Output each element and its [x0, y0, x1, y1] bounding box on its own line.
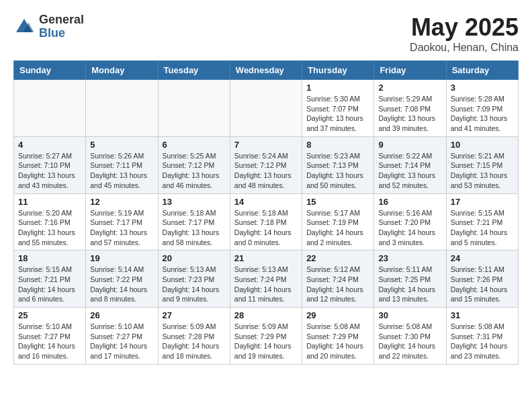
- day-number: 9: [378, 140, 441, 150]
- table-row: 21Sunrise: 5:13 AM Sunset: 7:24 PM Dayli…: [230, 250, 302, 308]
- day-number: 5: [90, 140, 153, 150]
- day-number: 7: [234, 140, 298, 150]
- day-number: 30: [378, 310, 441, 320]
- table-row: [230, 80, 302, 137]
- calendar-week-row: 18Sunrise: 5:15 AM Sunset: 7:21 PM Dayli…: [14, 250, 519, 308]
- table-row: 3Sunrise: 5:28 AM Sunset: 7:09 PM Daylig…: [446, 80, 518, 137]
- day-number: 8: [306, 140, 369, 150]
- day-info: Sunrise: 5:13 AM Sunset: 7:24 PM Dayligh…: [234, 265, 298, 304]
- day-number: 20: [163, 253, 226, 263]
- day-info: Sunrise: 5:09 AM Sunset: 7:29 PM Dayligh…: [234, 322, 298, 361]
- day-number: 15: [306, 197, 369, 207]
- day-number: 25: [18, 310, 81, 320]
- day-info: Sunrise: 5:20 AM Sunset: 7:16 PM Dayligh…: [18, 208, 81, 248]
- logo-text: General Blue: [39, 13, 84, 40]
- title-block: May 2025 Daokou, Henan, China: [410, 13, 519, 54]
- logo-blue: Blue: [39, 27, 84, 40]
- day-number: 3: [451, 83, 514, 93]
- day-info: Sunrise: 5:11 AM Sunset: 7:26 PM Dayligh…: [451, 265, 514, 304]
- table-row: 13Sunrise: 5:18 AM Sunset: 7:17 PM Dayli…: [158, 193, 230, 250]
- day-number: 10: [451, 140, 514, 150]
- day-number: 11: [18, 197, 81, 207]
- day-info: Sunrise: 5:11 AM Sunset: 7:25 PM Dayligh…: [378, 265, 441, 304]
- table-row: 1Sunrise: 5:30 AM Sunset: 7:07 PM Daylig…: [302, 80, 374, 137]
- day-info: Sunrise: 5:10 AM Sunset: 7:27 PM Dayligh…: [18, 322, 81, 361]
- day-info: Sunrise: 5:18 AM Sunset: 7:17 PM Dayligh…: [163, 208, 226, 248]
- day-number: 17: [451, 197, 514, 207]
- day-number: 16: [378, 197, 441, 207]
- table-row: 9Sunrise: 5:22 AM Sunset: 7:14 PM Daylig…: [374, 136, 446, 193]
- day-info: Sunrise: 5:28 AM Sunset: 7:09 PM Dayligh…: [451, 94, 514, 134]
- day-number: 22: [306, 253, 369, 263]
- day-number: 31: [451, 310, 514, 320]
- day-info: Sunrise: 5:22 AM Sunset: 7:14 PM Dayligh…: [378, 151, 441, 191]
- day-info: Sunrise: 5:27 AM Sunset: 7:10 PM Dayligh…: [18, 151, 81, 191]
- day-info: Sunrise: 5:30 AM Sunset: 7:07 PM Dayligh…: [306, 94, 369, 134]
- day-info: Sunrise: 5:29 AM Sunset: 7:08 PM Dayligh…: [378, 94, 441, 134]
- day-number: 26: [90, 310, 153, 320]
- day-info: Sunrise: 5:15 AM Sunset: 7:21 PM Dayligh…: [18, 265, 81, 304]
- day-number: 18: [18, 253, 81, 263]
- day-info: Sunrise: 5:16 AM Sunset: 7:20 PM Dayligh…: [378, 208, 441, 248]
- day-info: Sunrise: 5:26 AM Sunset: 7:11 PM Dayligh…: [90, 151, 153, 191]
- day-info: Sunrise: 5:08 AM Sunset: 7:31 PM Dayligh…: [451, 322, 514, 361]
- calendar-week-row: 11Sunrise: 5:20 AM Sunset: 7:16 PM Dayli…: [14, 193, 519, 250]
- table-row: 28Sunrise: 5:09 AM Sunset: 7:29 PM Dayli…: [230, 308, 302, 365]
- page-header: General Blue May 2025 Daokou, Henan, Chi…: [13, 13, 519, 54]
- table-row: 14Sunrise: 5:18 AM Sunset: 7:18 PM Dayli…: [230, 193, 302, 250]
- table-row: 29Sunrise: 5:08 AM Sunset: 7:29 PM Dayli…: [302, 308, 374, 365]
- day-info: Sunrise: 5:09 AM Sunset: 7:28 PM Dayligh…: [163, 322, 226, 361]
- calendar-header-row: SundayMondayTuesdayWednesdayThursdayFrid…: [14, 61, 519, 80]
- day-info: Sunrise: 5:14 AM Sunset: 7:22 PM Dayligh…: [90, 265, 153, 304]
- column-header-sunday: Sunday: [14, 61, 86, 80]
- day-number: 2: [378, 83, 441, 93]
- logo-general: General: [39, 13, 84, 27]
- day-number: 19: [90, 253, 153, 263]
- table-row: 6Sunrise: 5:25 AM Sunset: 7:12 PM Daylig…: [158, 136, 230, 193]
- day-info: Sunrise: 5:10 AM Sunset: 7:27 PM Dayligh…: [90, 322, 153, 361]
- day-number: 29: [306, 310, 369, 320]
- day-info: Sunrise: 5:15 AM Sunset: 7:21 PM Dayligh…: [451, 208, 514, 248]
- table-row: 25Sunrise: 5:10 AM Sunset: 7:27 PM Dayli…: [14, 308, 86, 365]
- table-row: 24Sunrise: 5:11 AM Sunset: 7:26 PM Dayli…: [446, 250, 518, 308]
- day-number: 21: [234, 253, 298, 263]
- column-header-saturday: Saturday: [446, 61, 518, 80]
- month-year-title: May 2025: [410, 13, 519, 42]
- day-info: Sunrise: 5:24 AM Sunset: 7:12 PM Dayligh…: [234, 151, 298, 191]
- table-row: 20Sunrise: 5:13 AM Sunset: 7:23 PM Dayli…: [158, 250, 230, 308]
- table-row: 5Sunrise: 5:26 AM Sunset: 7:11 PM Daylig…: [86, 136, 158, 193]
- column-header-tuesday: Tuesday: [158, 61, 230, 80]
- table-row: 30Sunrise: 5:08 AM Sunset: 7:30 PM Dayli…: [374, 308, 446, 365]
- column-header-thursday: Thursday: [302, 61, 374, 80]
- day-number: 27: [163, 310, 226, 320]
- table-row: [86, 80, 158, 137]
- table-row: 22Sunrise: 5:12 AM Sunset: 7:24 PM Dayli…: [302, 250, 374, 308]
- column-header-friday: Friday: [374, 61, 446, 80]
- table-row: 11Sunrise: 5:20 AM Sunset: 7:16 PM Dayli…: [14, 193, 86, 250]
- day-number: 6: [163, 140, 226, 150]
- table-row: 31Sunrise: 5:08 AM Sunset: 7:31 PM Dayli…: [446, 308, 518, 365]
- day-info: Sunrise: 5:23 AM Sunset: 7:13 PM Dayligh…: [306, 151, 369, 191]
- table-row: 4Sunrise: 5:27 AM Sunset: 7:10 PM Daylig…: [14, 136, 86, 193]
- table-row: 15Sunrise: 5:17 AM Sunset: 7:19 PM Dayli…: [302, 193, 374, 250]
- calendar-week-row: 4Sunrise: 5:27 AM Sunset: 7:10 PM Daylig…: [14, 136, 519, 193]
- day-info: Sunrise: 5:18 AM Sunset: 7:18 PM Dayligh…: [234, 208, 298, 248]
- day-number: 24: [451, 253, 514, 263]
- table-row: 23Sunrise: 5:11 AM Sunset: 7:25 PM Dayli…: [374, 250, 446, 308]
- logo-icon: [13, 16, 35, 38]
- day-info: Sunrise: 5:12 AM Sunset: 7:24 PM Dayligh…: [306, 265, 369, 304]
- table-row: 27Sunrise: 5:09 AM Sunset: 7:28 PM Dayli…: [158, 308, 230, 365]
- column-header-monday: Monday: [86, 61, 158, 80]
- day-info: Sunrise: 5:21 AM Sunset: 7:15 PM Dayligh…: [451, 151, 514, 191]
- day-number: 1: [306, 83, 369, 93]
- table-row: 19Sunrise: 5:14 AM Sunset: 7:22 PM Dayli…: [86, 250, 158, 308]
- day-number: 4: [18, 140, 81, 150]
- day-number: 28: [234, 310, 298, 320]
- day-number: 12: [90, 197, 153, 207]
- day-number: 14: [234, 197, 298, 207]
- table-row: [14, 80, 86, 137]
- day-number: 23: [378, 253, 441, 263]
- column-header-wednesday: Wednesday: [230, 61, 302, 80]
- logo: General Blue: [13, 13, 84, 40]
- calendar-table: SundayMondayTuesdayWednesdayThursdayFrid…: [13, 60, 519, 365]
